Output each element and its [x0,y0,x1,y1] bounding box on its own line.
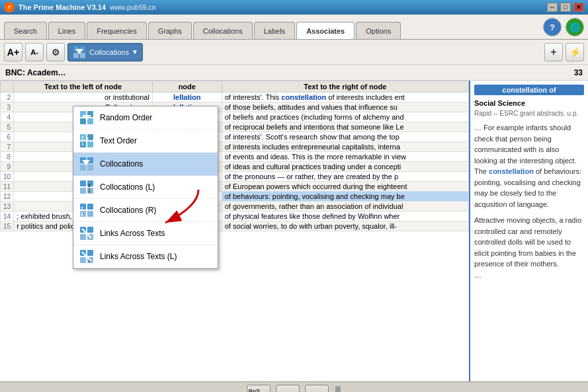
right-context: of interests'. Scott's research show tha… [222,132,468,142]
collocations-l-icon: 1 2 [79,179,95,195]
svg-rect-8 [87,118,93,124]
table-row[interactable]: 4orang in partlellationof beliefs and pr… [1,112,469,122]
collocations-l-label: Collocations (L) [100,182,155,192]
menu-item-links-l[interactable]: 1 Links Across Texts (L) [73,245,218,268]
tab-labels[interactable]: Labels [254,22,295,39]
separator [335,386,341,393]
menu-item-text-order[interactable]: 1 2 3 Text Order [73,130,218,153]
right-context: of social worries, to do with urban pove… [222,221,468,231]
svg-rect-24 [80,188,86,194]
svg-text:1: 1 [88,188,91,193]
table-row[interactable]: 5not clear thalellationof reciprocal bel… [1,122,469,132]
right-panel-header: constellation of [474,85,584,95]
sort-label: Collocations [89,48,129,56]
settings-button[interactable]: ⚙ [46,43,65,61]
svg-text:2: 2 [86,137,89,141]
svg-rect-29 [87,204,93,210]
table-row[interactable]: 9olution/ It is clellationof ideas and c… [1,162,469,172]
col-right: Text to the right of node [222,81,468,93]
node-word: lellation [152,93,222,102]
dictionary-icon[interactable]: D [276,385,300,393]
svg-rect-3 [80,53,85,58]
row-number: 5 [1,122,14,132]
watermark: www.pub59.cn [110,4,156,11]
toolbar: A+ A- ⚙ Collocations ▼ + ⚡ [0,40,588,65]
close-button[interactable]: ✕ [573,3,584,12]
svg-rect-41 [80,257,86,263]
tab-frequencies[interactable]: Frequencies [87,22,147,39]
text-order-icon: 1 2 3 [79,133,95,149]
right-panel-meta: Rapid -- ESRC grant abstracts. u.p. [474,110,584,117]
bnc-header: BNC: Academ… 33 [0,65,588,81]
filter-button[interactable]: ⚡ [566,43,584,61]
pos-icon[interactable]: PoS adj v av [247,385,271,393]
sort-dropdown[interactable]: Collocations ▼ [67,43,143,61]
tab-search[interactable]: Search [4,22,47,39]
links-l-icon: 1 [79,249,95,264]
right-panel-source: Social Science [474,99,584,107]
right-context: of behaviours: pointing, vocalising and … [222,192,468,202]
table-row[interactable]: 13e public and plellationof governments,… [1,202,469,212]
table-row[interactable]: 10amation The phlellationof the pronouns… [1,172,469,182]
svg-rect-31 [87,211,93,217]
help-button[interactable]: ? [543,18,562,36]
bnc-count: 33 [574,68,583,77]
tab-lines[interactable]: Lines [48,22,85,39]
font-increase-button[interactable]: A+ [4,43,22,61]
app-logo: T [4,2,15,13]
menu-item-random[interactable]: Random Order [73,106,218,130]
svg-text:1: 1 [81,212,83,216]
sort-dropdown-menu: Random Order 1 2 3 Text Order [73,106,218,269]
right-context: of the pronouns — or rather, they are cr… [222,172,468,182]
svg-rect-36 [80,234,86,240]
table-row[interactable]: 12unicated withlellationof behaviours: p… [1,192,469,202]
row-number: 10 [1,172,14,182]
prep-icon[interactable]: PRep [305,385,329,393]
tab-associates[interactable]: Associates [296,22,355,39]
menu-item-links[interactable]: Links Across Texts [73,222,218,245]
concordance-table: Text to the left of node node Text to th… [0,81,469,381]
svg-text:2: 2 [81,206,83,211]
svg-rect-22 [80,180,86,186]
right-context: of physical features like those defined … [222,212,468,221]
row-number: 6 [1,132,14,142]
web-button[interactable]: 🌐 [566,18,584,36]
font-decrease-button[interactable]: A- [25,43,44,61]
dropdown-arrow-icon: ▼ [132,48,138,56]
content-area: Random Order 1 2 3 Text Order [0,81,588,381]
row-number: 3 [1,102,14,112]
add-button[interactable]: + [544,43,563,61]
row-number: 2 [1,93,14,102]
right-context: of those beliefs, attitudes and values t… [222,102,468,112]
tab-graphs[interactable]: Graphs [148,22,192,39]
menu-item-collocations-r[interactable]: 1 2 Collocations (R) [73,199,218,222]
tab-options[interactable]: Options [356,22,401,39]
svg-rect-7 [80,118,86,124]
col-node: node [152,81,222,93]
table-row[interactable]: 8nality and polellationof events and ide… [1,152,469,162]
table-row[interactable]: 15r politics and policy. It is a public … [1,221,469,231]
table-row[interactable]: 3Culture is uselellationof those beliefs… [1,102,469,112]
svg-text:1: 1 [81,141,84,146]
right-context: of governments, rather than an associati… [222,202,468,212]
right-context: of beliefs and practices (including form… [222,112,468,122]
right-panel: constellation of Social Science Rapid --… [469,81,588,381]
row-number: 14 [1,212,14,221]
tab-collocations[interactable]: Collocations [193,22,253,39]
right-context: of interests'. This constellation of int… [222,93,468,102]
table-row[interactable]: 6anies) can potlellationof interests'. S… [1,132,469,142]
tab-bar: Search Lines Frequencies Graphs Collocat… [0,15,588,40]
links-l-label: Links Across Texts (L) [100,252,177,261]
svg-rect-40 [87,250,93,256]
table-row[interactable]: 14; exhibited brush, knife, finger or ra… [1,212,469,221]
collocations-r-icon: 1 2 [79,202,95,218]
sort-icon [72,45,87,59]
table-row[interactable]: 11plosovak and Ylellationof European pow… [1,182,469,192]
minimize-button[interactable]: ─ [547,3,558,12]
maximize-button[interactable]: □ [560,3,571,12]
menu-item-collocations[interactable]: Collocations [73,153,218,176]
table-row[interactable]: 7, but by whatlellationof interests incl… [1,142,469,152]
table-row[interactable]: 2or institutionallellationof interests'.… [1,93,469,102]
left-context: or institutional [14,93,153,102]
menu-item-collocations-l[interactable]: 1 2 Collocations (L) [73,176,218,199]
